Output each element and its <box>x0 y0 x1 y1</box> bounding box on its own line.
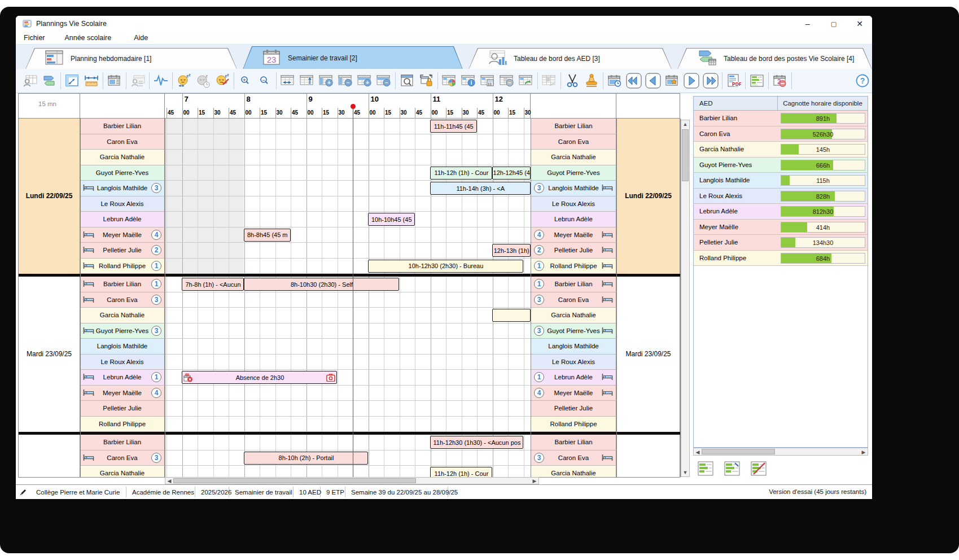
event-block[interactable]: 7h-8h (1h) - <Aucun <box>182 278 244 291</box>
staff-name-cell[interactable]: Guyot Pierre-Yves3 <box>80 323 165 339</box>
cell-colors-icon[interactable] <box>440 71 459 91</box>
lock-window-icon[interactable] <box>417 71 436 91</box>
nav-last-icon[interactable] <box>701 71 720 91</box>
cell-undo-icon[interactable] <box>516 71 536 91</box>
staff-name-cell-right[interactable]: Garcia Nathalie <box>531 308 616 323</box>
timeline-row[interactable] <box>165 339 531 355</box>
table-resize-icon[interactable] <box>63 71 82 91</box>
staff-name-cell-right[interactable]: Le Roux Alexis <box>531 355 616 370</box>
staff-name-cell-right[interactable]: Le Roux Alexis <box>531 196 616 212</box>
vertical-scrollbar[interactable]: ▲▼ <box>681 120 690 477</box>
event-block[interactable]: 8h-10h30 (2h30) - Self <box>244 278 399 291</box>
staff-name-cell[interactable]: Rolland Philippe1 <box>80 259 165 274</box>
panel-export-button-2[interactable] <box>722 460 742 478</box>
staff-name-cell[interactable]: Caron Eva3 <box>80 450 165 466</box>
panel-h-scrollbar[interactable]: ◀▶ <box>693 448 868 456</box>
staff-name-cell-right[interactable]: Barbier Lilian1 <box>531 277 616 292</box>
staff-name-cell-right[interactable]: Guyot Pierre-Yves <box>531 165 616 181</box>
staff-name-cell[interactable]: Barbier Lilian <box>80 119 165 134</box>
event-block[interactable]: 12h-12h45 (4 <box>492 167 531 180</box>
staff-name-cell-right[interactable]: Caron Eva3 <box>531 450 616 466</box>
height-fit-icon[interactable] <box>297 71 317 91</box>
scroll-right-arrow[interactable]: ▶ <box>531 478 538 484</box>
event-block[interactable] <box>492 309 531 322</box>
panel-staff-name[interactable]: Caron Eva <box>693 126 778 142</box>
column-width-icon[interactable] <box>82 71 101 91</box>
scroll-right-arrow[interactable]: ▶ <box>860 449 867 456</box>
panel-export-button-1[interactable] <box>695 460 716 478</box>
event-block[interactable]: 11h-11h45 (45 <box>430 120 476 133</box>
panel-staff-name[interactable]: Guyot Pierre-Yves <box>693 158 778 173</box>
menu-fichier[interactable]: Fichier <box>21 33 47 42</box>
staff-name-cell[interactable]: Lebrun Adèle1 <box>80 370 165 386</box>
staff-name-cell[interactable]: Langlois Mathilde <box>80 339 165 355</box>
staff-name-cell[interactable]: Meyer Maëlle4 <box>80 386 165 401</box>
panel-staff-name[interactable]: Rolland Philippe <box>693 251 778 266</box>
panel-staff-name[interactable]: Lebrun Adèle <box>693 204 778 220</box>
event-block[interactable]: 12h-13h (1h) <box>492 244 531 257</box>
tab-3[interactable]: Tableau de bord des AED [3] <box>468 48 672 69</box>
scroll-down-arrow[interactable]: ▼ <box>681 469 689 476</box>
staff-name-cell[interactable]: Caron Eva3 <box>80 292 165 308</box>
col-add-icon[interactable]: + <box>317 71 336 91</box>
staff-name-cell[interactable]: Lebrun Adèle <box>80 212 165 228</box>
staff-name-cell[interactable]: Le Roux Alexis <box>80 196 165 212</box>
staff-name-cell[interactable]: Guyot Pierre-Yves <box>80 165 165 181</box>
staff-name-cell[interactable]: Garcia Nathalie <box>80 466 165 477</box>
staff-name-cell[interactable]: Pelletier Julie <box>80 401 165 417</box>
calendar-remove-icon[interactable]: 2 <box>770 71 790 91</box>
sleep-shift-icon[interactable]: zz <box>174 71 194 91</box>
panel-staff-name[interactable]: Garcia Nathalie <box>693 142 778 158</box>
event-block[interactable]: 11h-14h (3h) - <A <box>430 182 531 195</box>
posts-arrows-icon[interactable] <box>40 71 59 91</box>
staff-name-cell-right[interactable]: Lebrun Adèle1 <box>531 370 616 386</box>
zoom-in-icon[interactable]: + <box>236 71 255 91</box>
event-block[interactable]: 10h-12h30 (2h30) - Bureau <box>368 260 523 273</box>
event-block[interactable]: Absence de 2h30 <box>182 371 337 384</box>
cell-disabled-icon[interactable] <box>540 71 559 91</box>
calendar-today-icon[interactable] <box>663 71 682 91</box>
timeline-row[interactable] <box>165 386 531 401</box>
staff-name-cell[interactable]: Caron Eva <box>80 134 165 150</box>
scroll-left-arrow[interactable]: ◀ <box>694 449 701 456</box>
timeline-row[interactable] <box>165 401 531 417</box>
scroll-up-arrow[interactable]: ▲ <box>681 120 689 128</box>
planning-list-icon[interactable] <box>747 71 767 91</box>
minimize-button[interactable]: – <box>795 16 821 32</box>
panel-staff-name[interactable]: Le Roux Alexis <box>693 189 778 204</box>
nav-first-icon[interactable] <box>624 71 643 91</box>
staff-name-cell[interactable]: Langlois Mathilde3 <box>80 181 165 196</box>
staff-name-cell[interactable]: Rolland Philippe <box>80 417 165 432</box>
staff-name-cell-right[interactable]: Lebrun Adèle <box>531 212 616 228</box>
calendar-history-icon[interactable] <box>605 71 624 91</box>
nav-next-icon[interactable] <box>682 71 701 91</box>
tab-2[interactable]: 23Semainier de travail [2] <box>243 46 463 69</box>
cut-icon[interactable] <box>563 71 582 91</box>
staff-name-cell[interactable]: Pelletier Julie2 <box>80 243 165 259</box>
staff-name-cell[interactable]: Garcia Nathalie <box>80 308 165 323</box>
zoom-out-icon[interactable]: − <box>255 71 274 91</box>
sleep-hide-icon[interactable]: zz <box>213 71 232 91</box>
panel-staff-name[interactable]: Langlois Mathilde <box>693 173 778 189</box>
scroll-thumb[interactable] <box>702 449 775 454</box>
staff-name-cell-right[interactable]: Guyot Pierre-Yves3 <box>531 323 616 339</box>
event-block[interactable]: 10h-10h45 (45 <box>368 213 414 226</box>
staff-name-cell-right[interactable]: Barbier Lilian <box>531 119 616 134</box>
staff-name-cell-right[interactable]: Caron Eva <box>531 134 616 150</box>
staff-name-cell[interactable]: Barbier Lilian <box>80 435 165 450</box>
staff-name-cell-right[interactable]: Garcia Nathalie <box>531 150 616 165</box>
calendar-table-icon[interactable] <box>105 71 124 91</box>
stamp-icon[interactable] <box>582 71 601 91</box>
report-pdf-icon[interactable]: PDF <box>724 71 743 91</box>
event-block[interactable]: 11h-12h30 (1h30) - <Aucun pos <box>430 436 523 449</box>
cell-clear-icon[interactable]: − <box>497 71 516 91</box>
close-button[interactable]: ✕ <box>847 16 872 32</box>
staff-name-cell-right[interactable]: Pelletier Julie2 <box>531 243 616 259</box>
nav-prev-icon[interactable] <box>643 71 663 91</box>
col-remove-icon[interactable]: − <box>336 71 355 91</box>
staff-name-cell[interactable]: Le Roux Alexis <box>80 355 165 370</box>
staff-planning-icon[interactable] <box>20 71 40 91</box>
row-remove-icon[interactable]: − <box>374 71 393 91</box>
maximize-button[interactable]: ▢ <box>821 16 847 32</box>
menu-aide[interactable]: Aide <box>132 33 150 42</box>
